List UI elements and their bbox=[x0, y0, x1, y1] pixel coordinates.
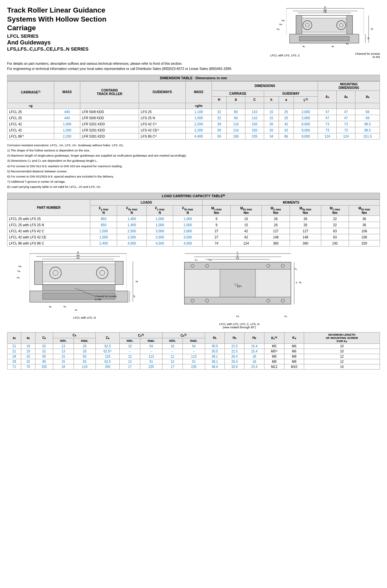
load-table: LOAD CARRYING CAPACITY TABLE⁸⁾ PART NUMB… bbox=[7, 193, 380, 246]
svg-text:C₂: C₂ bbox=[236, 256, 240, 260]
table-cell: LFCL 25 with LFS 25 bbox=[7, 216, 90, 222]
table-cell: 116 bbox=[226, 127, 245, 133]
table-cell: 69 bbox=[355, 109, 380, 115]
table-cell: 8,000 bbox=[293, 133, 318, 139]
table-cell: M6 bbox=[284, 349, 304, 354]
table-cell: 28 bbox=[7, 354, 21, 359]
bt-col-a2: a₂ bbox=[21, 332, 35, 343]
table-cell: 110 bbox=[245, 109, 264, 115]
table-cell: 47 bbox=[318, 109, 337, 115]
table-cell: 33.9 bbox=[225, 364, 244, 369]
diagram-label: LFCL with LFS, LFS..C bbox=[270, 54, 300, 57]
table-cell: 26 bbox=[262, 216, 290, 222]
svg-text:K₄: K₄ bbox=[284, 315, 287, 318]
table-cell: 15 bbox=[231, 222, 262, 228]
table-cell: 21.5 bbox=[225, 349, 244, 354]
table-cell: 2,400 bbox=[90, 240, 117, 246]
table-cell: 320 bbox=[349, 240, 380, 246]
svg-text:a₂: a₂ bbox=[332, 45, 334, 48]
svg-rect-16 bbox=[299, 36, 349, 41]
table-cell: 15 bbox=[231, 216, 262, 222]
series1-label: LFCL SERIES bbox=[7, 33, 264, 39]
col-carriage-sub: CARRIAGE bbox=[212, 91, 264, 96]
table-cell: 55 bbox=[74, 354, 95, 359]
table-cell: 10 bbox=[120, 343, 140, 349]
table-cell: 235 bbox=[245, 133, 264, 139]
table-cell: 12 bbox=[162, 359, 183, 364]
table-cell: 1,100 bbox=[185, 109, 212, 115]
table-cell: 86 bbox=[279, 133, 293, 139]
table-cell: 850 bbox=[90, 216, 117, 222]
table-cell: 32 bbox=[21, 359, 35, 364]
bt-c5-min: min. bbox=[120, 338, 140, 343]
col-dimensions: DIMENSIONS bbox=[212, 81, 318, 91]
table-cell: 2,500 bbox=[117, 228, 147, 234]
table-cell: 74 bbox=[203, 240, 231, 246]
table-cell: LFCL 42 with LFS 42 CE bbox=[7, 234, 90, 240]
table-cell: M5⁶⁾ bbox=[264, 349, 284, 354]
table-cell: 39 bbox=[212, 121, 226, 127]
unit-g: ≈g bbox=[7, 103, 54, 109]
table-cell: – bbox=[120, 349, 140, 354]
table-cell: 12 bbox=[120, 359, 140, 364]
table-cell: 19 bbox=[21, 349, 35, 354]
svg-text:H₂: H₂ bbox=[279, 23, 282, 26]
col-L2: L2) bbox=[293, 96, 318, 103]
svg-text:z: z bbox=[234, 283, 236, 285]
table-cell: 4,000 bbox=[117, 240, 147, 246]
series2-label: LFS,LFS..C,LFS..CE,LFS..N SERIES bbox=[7, 46, 264, 52]
table-cell: 62.5 bbox=[96, 359, 120, 364]
table-cell: 13 bbox=[53, 349, 74, 354]
table-cell: 3,000 bbox=[147, 228, 173, 234]
table-cell: LFS 42 CE¹⁾ bbox=[139, 127, 186, 133]
footnote: 4) For screws to DIN 912-8.8, washers to… bbox=[7, 164, 380, 169]
table-cell: 190 bbox=[226, 133, 245, 139]
table-cell: 73 bbox=[318, 121, 337, 127]
and-label: And Guideways bbox=[7, 39, 264, 46]
table-cell: 4,500 bbox=[147, 240, 173, 246]
bt-col-h1: H₁ bbox=[205, 332, 224, 343]
table-cell: 34 bbox=[264, 133, 279, 139]
svg-text:A₂: A₂ bbox=[76, 256, 80, 259]
table-cell: 106 bbox=[349, 234, 380, 240]
col-contains: CONTAINSTRACK ROLLER bbox=[80, 81, 139, 103]
dim-table-caption: DIMENSION TABLE · Dimensions in mm bbox=[7, 75, 380, 81]
table-cell: 113 bbox=[183, 354, 205, 359]
load-mx: Mx maxNm bbox=[203, 205, 231, 216]
col-a3: A₃ bbox=[355, 91, 380, 103]
svg-text:a₁: a₁ bbox=[75, 308, 77, 311]
table-cell: 1,000 bbox=[173, 216, 202, 222]
svg-rect-8 bbox=[301, 18, 348, 32]
table-cell: 10 bbox=[162, 343, 183, 349]
load-fz: Fz maxN bbox=[147, 205, 173, 216]
table-cell: 12 bbox=[120, 354, 140, 359]
bt-col-c3: C₃ bbox=[53, 332, 96, 338]
footnote: 2) Maximum length of single-piece guidew… bbox=[7, 153, 380, 158]
table-cell: 21.5 bbox=[225, 343, 244, 349]
svg-text:a: a bbox=[296, 281, 297, 284]
page-title: Track Roller Linear Guidance Systems Wit… bbox=[7, 6, 264, 33]
table-cell: 13 bbox=[53, 343, 74, 349]
table-cell: LFCL 25 with LFS 25 N bbox=[7, 222, 90, 228]
table-cell: 28 bbox=[7, 359, 21, 364]
table-cell: 42 bbox=[279, 121, 293, 127]
table-cell: 2,000 bbox=[293, 115, 318, 121]
table-cell: 440 bbox=[54, 115, 80, 121]
load-f0y: F0y maxN bbox=[117, 205, 147, 216]
col-a2: A₂ bbox=[337, 91, 355, 103]
table-cell: 127 bbox=[262, 228, 290, 234]
table-cell: 22 bbox=[321, 216, 349, 222]
table-cell: 2,200 bbox=[54, 133, 80, 139]
table-cell: 15 bbox=[264, 109, 279, 115]
table-cell: 26 bbox=[290, 222, 321, 228]
header-diagram-svg: A A₃ A₂ H h H₃ bbox=[273, 6, 377, 51]
table-cell: M12 bbox=[264, 364, 284, 369]
load-col-moments: MOMENTS bbox=[203, 199, 380, 205]
bottom-table: a₁ a₂ C₂ C₃ C₄ C₅3) C₆3) H₁ H₂ H₃ K₁4) K… bbox=[7, 332, 380, 370]
table-cell: 113 bbox=[140, 354, 162, 359]
table-cell: 3,000 bbox=[173, 228, 202, 234]
table-cell: – bbox=[183, 349, 205, 354]
table-cell: 73 bbox=[337, 127, 355, 133]
table-cell: 12 bbox=[304, 354, 380, 359]
table-cell: M8 bbox=[284, 354, 304, 359]
